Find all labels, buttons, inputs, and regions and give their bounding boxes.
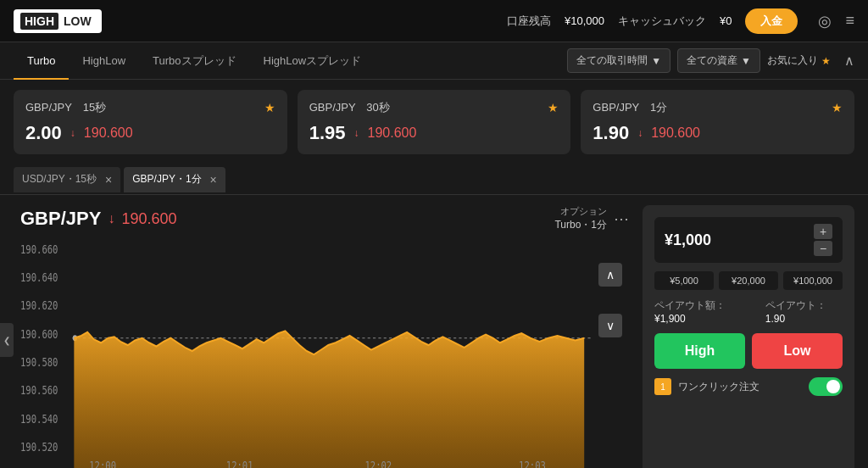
deposit-button[interactable]: 入金 [745,8,798,34]
card-2-star[interactable]: ★ [832,101,843,114]
collapse-button[interactable]: ∧ [844,53,854,69]
chart-symbol: GBP/JPY [20,208,101,230]
balance-value: ¥10,000 [565,14,604,27]
card-1-arrow: ↓ [354,127,359,139]
svg-text:190.660: 190.660 [20,242,58,256]
chart-menu-icon[interactable]: ⋯ [614,209,629,228]
high-button[interactable]: High [654,333,745,369]
tab-highlow-spread[interactable]: HighLowスプレッド [250,42,376,80]
svg-text:190.620: 190.620 [20,299,58,313]
quick-amounts: ¥5,000 ¥20,000 ¥100,000 [654,271,843,290]
sidebar-toggle[interactable]: ❮ [0,323,14,357]
chart-section: GBP/JPY ↓ 190.600 オプション Turbo・1分 ⋯ ∧ ∨ 1… [0,195,643,468]
card-1-payout: 1.95 [309,122,346,144]
chart-option-label: オプション [554,205,607,218]
low-button[interactable]: Low [752,333,843,369]
header-info: 口座残高 ¥10,000 キャッシュバック ¥0 入金 ◎ ≡ [507,8,854,34]
balance-label: 口座残高 [507,14,551,29]
chevron-left-icon: ❮ [3,336,10,345]
location-icon[interactable]: ◎ [818,12,832,31]
card-0-arrow: ↓ [70,127,75,139]
chart-svg: 190.660 190.640 190.620 190.600 190.580 … [20,239,629,468]
tab-turbo-spread[interactable]: Turboスプレッド [139,42,249,80]
chart-price: 190.600 [121,210,176,228]
svg-text:190.600: 190.600 [20,327,58,341]
one-click-toggle[interactable] [809,377,843,396]
card-1-star[interactable]: ★ [548,101,559,114]
chart-up-button[interactable]: ∧ [598,263,622,287]
chevron-down-icon: ▼ [651,55,661,67]
amount-buttons: + − [814,224,832,256]
cashback-label: キャッシュバック [618,14,706,29]
payout-amount-value: ¥1,900 [654,313,686,325]
header-icons: ◎ ≡ [818,12,854,31]
card-0-title: GBP/JPY 15秒 [25,100,106,115]
card-2[interactable]: GBP/JPY 1分 ★ 1.90 ↓ 190.600 [581,90,854,154]
chevron-down-icon: ▼ [741,55,751,67]
chart-container: 190.660 190.640 190.620 190.600 190.580 … [20,239,629,468]
card-0-star[interactable]: ★ [264,101,275,114]
header: HIGH LOW 口座残高 ¥10,000 キャッシュバック ¥0 入金 ◎ ≡ [0,0,868,42]
chart-price-arrow: ↓ [108,211,114,226]
card-0-price: 190.600 [84,125,133,141]
cards-row: GBP/JPY 15秒 ★ 2.00 ↓ 190.600 GBP/JPY 30秒… [0,80,868,164]
tab-turbo[interactable]: Turbo [14,42,69,80]
one-click-row: 1 ワンクリック注文 [654,377,843,396]
payout-amount-label: ペイアウト額： [654,299,726,311]
open-tabs: USD/JPY・15秒 × GBP/JPY・1分 × [0,164,868,195]
open-tab-1-label: GBP/JPY・1分 [132,172,201,187]
favorite-button[interactable]: お気に入り ★ [767,53,831,68]
open-tab-0-label: USD/JPY・15秒 [22,172,97,187]
svg-text:190.640: 190.640 [20,271,58,285]
cashback-value: ¥0 [720,14,732,27]
chart-option-type: Turbo・1分 [554,218,607,232]
quick-amount-20000[interactable]: ¥20,000 [719,271,778,290]
tabs-nav: Turbo HighLow Turboスプレッド HighLowスプレッド 全て… [0,42,868,80]
amount-value: ¥1,000 [665,231,814,249]
toggle-knob [826,380,840,393]
chart-down-button[interactable]: ∨ [598,314,622,337]
logo-high: HIGH [20,13,58,30]
payout-info: ペイアウト額： ¥1,900 ペイアウト： 1.90 [654,298,843,325]
svg-text:190.540: 190.540 [20,412,58,426]
quick-amount-5000[interactable]: ¥5,000 [654,271,714,290]
card-1-price: 190.600 [368,125,417,141]
svg-text:12:00: 12:00 [89,460,116,468]
open-tab-0[interactable]: USD/JPY・15秒 × [14,167,120,192]
svg-text:190.560: 190.560 [20,384,58,398]
filter-time-button[interactable]: 全ての取引時間 ▼ [567,48,670,73]
payout-ratio-value: 1.90 [765,313,785,325]
svg-text:190.580: 190.580 [20,356,58,370]
card-0[interactable]: GBP/JPY 15秒 ★ 2.00 ↓ 190.600 [14,90,287,154]
right-panel: ¥1,000 + − ¥5,000 ¥20,000 ¥100,000 ペイアウト… [643,205,854,468]
card-1-title: GBP/JPY 30秒 [309,100,390,115]
payout-ratio-label: ペイアウト： [765,299,826,311]
one-click-icon: 1 [654,378,671,395]
main-area: ❮ GBP/JPY ↓ 190.600 オプション Turbo・1分 ⋯ ∧ ∨ [0,195,868,468]
chart-info: オプション Turbo・1分 [554,205,607,232]
card-1[interactable]: GBP/JPY 30秒 ★ 1.95 ↓ 190.600 [298,90,571,154]
svg-text:12:03: 12:03 [519,460,546,468]
star-icon: ★ [821,55,831,67]
open-tab-1[interactable]: GBP/JPY・1分 × [124,167,225,192]
filter-asset-button[interactable]: 全ての資産 ▼ [677,48,760,73]
one-click-label: ワンクリック注文 [678,380,802,394]
svg-text:12:01: 12:01 [226,460,253,468]
svg-text:12:02: 12:02 [364,460,392,468]
menu-icon[interactable]: ≡ [845,12,854,30]
logo-low: LOW [60,13,95,30]
quick-amount-100000[interactable]: ¥100,000 [783,271,843,290]
chart-header: GBP/JPY ↓ 190.600 オプション Turbo・1分 ⋯ [20,205,629,232]
amount-decrease-button[interactable]: − [814,241,832,256]
amount-increase-button[interactable]: + [814,224,832,239]
tab-highlow[interactable]: HighLow [69,42,139,80]
card-0-payout: 2.00 [25,122,62,144]
close-tab-1-icon[interactable]: × [210,173,217,187]
trade-buttons: High Low [654,333,843,369]
card-2-payout: 1.90 [593,122,629,144]
card-2-title: GBP/JPY 1分 [593,100,667,115]
card-2-price: 190.600 [651,125,700,141]
amount-row: ¥1,000 + − [654,217,843,263]
close-tab-0-icon[interactable]: × [105,173,112,187]
card-2-arrow: ↓ [637,127,643,139]
